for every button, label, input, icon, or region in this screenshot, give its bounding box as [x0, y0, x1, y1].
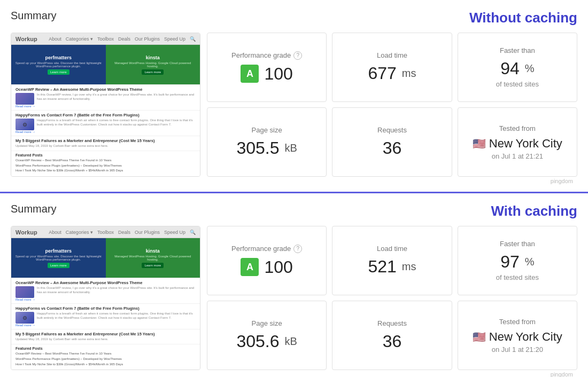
mockup-post-2-3: My 5 Biggest Failures as a Marketer and … [11, 329, 200, 344]
section-without-caching: Summary Without caching Workup About Cat… [0, 0, 588, 193]
metric-value-faster-than-2: 97 % [500, 252, 534, 272]
metric-label-load-time-1: Load time [377, 51, 407, 59]
metric-card-faster-than-1: Faster than 94 % of tested sites [458, 33, 577, 102]
metric-label-performance-grade-1: Performance grade ? [231, 51, 302, 60]
metric-value-page-size-2: 305.6 kB [236, 332, 297, 351]
metric-card-page-size-1: Page size 305.5 kB [207, 107, 327, 177]
mockup-brand-1: Workup [16, 36, 45, 42]
mockup-ads-row-1: perfmatters Speed up your WordPress site… [11, 45, 200, 85]
mockup-thumb-happyforms-2: ⚙ [16, 312, 34, 324]
metric-sub-faster-than-2: of tested sites [496, 273, 539, 281]
metric-value-requests-1: 36 [383, 138, 402, 158]
mockup-ad-kinsta-2: kinsta Managed WordPress Hosting. Google… [106, 238, 200, 278]
website-mockup-1: Workup About Categories ▾ Toolbox Deals … [11, 33, 200, 176]
section-header-without-caching: Summary Without caching [11, 10, 577, 26]
summary-title-2: Summary [11, 203, 57, 215]
summary-title-1: Summary [11, 10, 57, 22]
preview-panel-1: Workup About Categories ▾ Toolbox Deals … [11, 33, 200, 177]
mockup-post-2-1: OceanWP Review – An Awesome Multi-Purpos… [11, 278, 200, 304]
metrics-grid-1: Performance grade ? A 100 Load time 677 [207, 33, 577, 177]
metric-label-faster-than-2: Faster than [500, 240, 535, 248]
mockup-featured-2: Featured Posts OceanWP Review – Best Wor… [11, 344, 200, 370]
metric-card-performance-grade-2: Performance grade ? A 100 [207, 226, 327, 295]
section-body-1: Workup About Categories ▾ Toolbox Deals … [11, 33, 577, 177]
metric-card-performance-grade-1: Performance grade ? A 100 [207, 33, 327, 102]
metric-value-tested-from-1: 🇺🇸 New York City [473, 137, 562, 151]
mockup-ad-kinsta-1: kinsta Managed WordPress Hosting. Google… [106, 45, 200, 84]
metric-card-page-size-2: Page size 305.6 kB [207, 301, 327, 370]
mockup-thumb-happyforms: ⚙ [16, 119, 34, 130]
metric-card-load-time-1: Load time 677 ms [332, 33, 452, 102]
grade-badge-1: A [241, 65, 259, 83]
metric-date-tested-from-1: on Jul 1 at 21:21 [492, 152, 543, 160]
mockup-thumb-oceanwp-2 [16, 286, 34, 298]
pingdom-credit-1: pingdom [11, 177, 577, 186]
metric-label-load-time-2: Load time [377, 245, 407, 253]
metric-value-performance-grade-2: A 100 [241, 257, 292, 277]
flag-icon-1: 🇺🇸 [473, 137, 486, 150]
metric-label-page-size-2: Page size [252, 319, 282, 327]
metric-label-performance-grade-2: Performance grade ? [231, 245, 302, 253]
metric-value-tested-from-2: 🇺🇸 New York City [473, 330, 562, 344]
mockup-navbar-2: Workup About Categories ▾ Toolbox Deals … [11, 226, 200, 238]
section-heading-1: Without caching [469, 10, 577, 26]
metric-label-requests-2: Requests [377, 319, 407, 327]
mockup-ad-perfmatters-2: perfmatters Speed up your WordPress site… [11, 238, 106, 278]
metric-card-requests-1: Requests 36 [332, 107, 452, 177]
metrics-grid-2: Performance grade ? A 100 Load time 521 [207, 226, 577, 370]
metric-label-tested-from-2: Tested from [499, 318, 536, 326]
metric-label-page-size-1: Page size [252, 126, 282, 134]
help-icon-1[interactable]: ? [293, 51, 302, 60]
section-heading-2: With caching [491, 203, 577, 219]
mockup-brand-2: Workup [16, 229, 45, 235]
section-header-with-caching: Summary With caching [11, 203, 577, 219]
metric-value-load-time-1: 677 ms [368, 64, 416, 83]
website-mockup-2: Workup About Categories ▾ Toolbox Deals … [11, 226, 200, 370]
mockup-post-2-2: HappyForms vs Contact Form 7 (Battle of … [11, 304, 200, 329]
mockup-post-1: OceanWP Review – An Awesome Multi-Purpos… [11, 85, 200, 111]
mockup-ad-perfmatters-1: perfmatters Speed up your WordPress site… [11, 45, 106, 84]
mockup-post-3: My 5 Biggest Failures as a Marketer and … [11, 136, 200, 151]
metric-value-page-size-1: 305.5 kB [236, 138, 297, 158]
metric-label-requests-1: Requests [377, 126, 407, 134]
mockup-nav-2: About Categories ▾ Toolbox Deals Our Plu… [49, 230, 196, 235]
metric-card-requests-2: Requests 36 [332, 301, 452, 370]
metric-card-load-time-2: Load time 521 ms [332, 226, 452, 295]
mockup-nav-1: About Categories ▾ Toolbox Deals Our Plu… [49, 36, 196, 42]
pingdom-credit-2: pingdom [11, 370, 577, 377]
metric-label-tested-from-1: Tested from [499, 124, 536, 132]
metric-card-tested-from-2: Tested from 🇺🇸 New York City on Jul 1 at… [458, 301, 577, 370]
mockup-featured-1: Featured Posts OceanWP Review – Best Wor… [11, 151, 200, 176]
metric-value-load-time-2: 521 ms [368, 257, 416, 277]
mockup-thumb-oceanwp [16, 93, 34, 105]
metric-card-tested-from-1: Tested from 🇺🇸 New York City on Jul 1 at… [458, 107, 577, 177]
metric-value-performance-grade-1: A 100 [241, 64, 292, 84]
metric-card-faster-than-2: Faster than 97 % of tested sites [458, 226, 577, 295]
flag-icon-2: 🇺🇸 [473, 331, 486, 343]
grade-badge-2: A [241, 258, 259, 276]
mockup-navbar-1: Workup About Categories ▾ Toolbox Deals … [11, 33, 200, 45]
metric-value-requests-2: 36 [383, 332, 402, 351]
metric-sub-faster-than-1: of tested sites [496, 80, 539, 88]
help-icon-2[interactable]: ? [293, 245, 302, 253]
mockup-post-2: HappyForms vs Contact Form 7 (Battle of … [11, 111, 200, 136]
metric-label-faster-than-1: Faster than [500, 46, 535, 54]
metric-value-faster-than-1: 94 % [500, 59, 534, 78]
section-with-caching: Summary With caching Workup About Catego… [0, 193, 588, 377]
section-body-2: Workup About Categories ▾ Toolbox Deals … [11, 226, 577, 370]
preview-panel-2: Workup About Categories ▾ Toolbox Deals … [11, 226, 200, 370]
mockup-ads-row-2: perfmatters Speed up your WordPress site… [11, 238, 200, 278]
metric-date-tested-from-2: on Jul 1 at 21:20 [492, 345, 543, 354]
